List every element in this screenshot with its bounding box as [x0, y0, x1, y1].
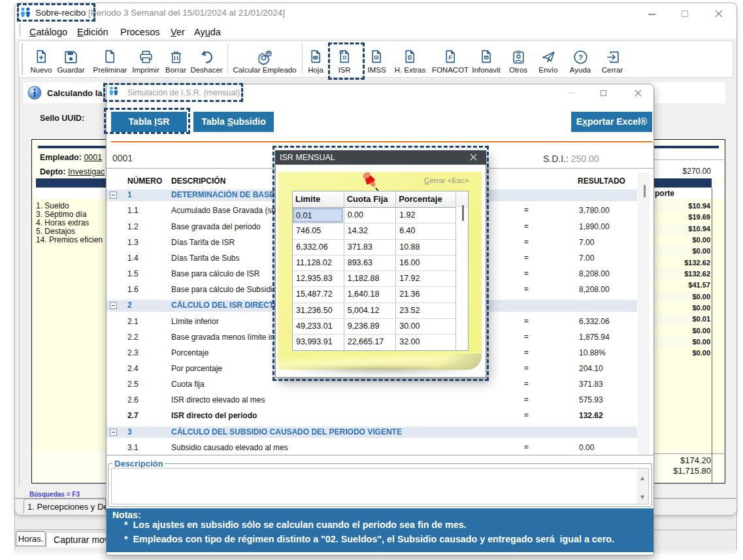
svg-text:F: F: [448, 54, 452, 61]
svg-text:?: ?: [578, 54, 583, 61]
